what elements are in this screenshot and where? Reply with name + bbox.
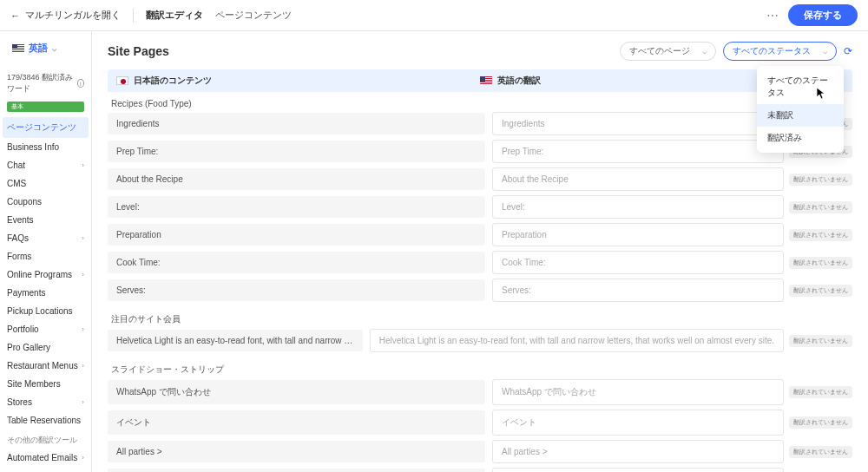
sidebar-item[interactable]: Table Reservations	[0, 411, 91, 429]
lang-label: 英語	[29, 42, 48, 55]
target-wrap: All parties >翻訳されていません	[492, 440, 852, 463]
flag-us-icon	[480, 76, 492, 85]
table-row: Serves:Serves:翻訳されていません	[108, 279, 852, 302]
table-row: WhatsApp で問い合わせWhatsApp で問い合わせ翻訳されていません	[108, 379, 852, 405]
filter-pages-label: すべてのページ	[629, 45, 690, 57]
sidebar-item[interactable]: Pro Gallery	[0, 338, 91, 357]
source-cell[interactable]: Preparation	[108, 224, 485, 246]
chevron-right-icon: ›	[82, 454, 84, 462]
target-cell[interactable]: Helvetica Light is an easy-to-read font,…	[370, 329, 784, 352]
target-cell[interactable]: Ingredients	[492, 112, 784, 135]
sidebar-item[interactable]: ページコンテンツ	[3, 117, 89, 138]
page-title: Site Pages	[108, 44, 169, 58]
sidebar-item[interactable]: Forms	[0, 247, 91, 266]
status-badge: 翻訳されていません	[789, 257, 852, 269]
col-source: 日本語のコンテンツ	[116, 75, 480, 87]
source-cell[interactable]: About the Recipe	[108, 168, 485, 190]
filter-status[interactable]: すべてのステータス ⌵	[723, 42, 837, 61]
save-button[interactable]: 保存する	[788, 4, 858, 26]
source-cell[interactable]: WhatsApp で問い合わせ	[108, 380, 485, 404]
nav-section-label: その他の翻訳ツール	[0, 429, 91, 449]
sidebar-item[interactable]: Events	[0, 211, 91, 229]
target-cell[interactable]: イベント	[492, 410, 784, 436]
sidebar-item[interactable]: Blog›	[0, 467, 91, 472]
chevron-right-icon: ›	[82, 325, 84, 333]
status-badge: 翻訳されていません	[789, 174, 852, 186]
sidebar-item[interactable]: Pickup Locations	[0, 302, 91, 320]
target-cell[interactable]: Level:	[492, 195, 784, 219]
chevron-down-icon: ⌵	[702, 47, 707, 56]
source-cell[interactable]: イベント	[108, 410, 485, 435]
source-cell[interactable]: Helvetica Light is an easy-to-read font,…	[108, 330, 363, 351]
dropdown-item-untranslated[interactable]: 未翻訳	[757, 104, 844, 127]
table-row: About the RecipeAbout the Recipe翻訳されていませ…	[108, 167, 852, 191]
sidebar-item-label: Stores	[7, 397, 32, 407]
table-row: All parties >All parties >翻訳されていません	[108, 440, 852, 463]
table-row: Helvetica Light is an easy-to-read font,…	[108, 329, 852, 352]
sidebar: 英語 ⌵ 179/3846 翻訳済みワード i 基本 ページコンテンツBusin…	[0, 31, 92, 472]
status-badge: 翻訳されていません	[789, 229, 852, 241]
sidebar-item-label: Table Reservations	[7, 416, 81, 425]
sidebar-item[interactable]: Automated Emails›	[0, 449, 91, 467]
content: Site Pages すべてのページ ⌵ すべてのステータス ⌵ ⟳ 日本語のコ…	[92, 31, 868, 472]
sidebar-item[interactable]: Stores›	[0, 393, 91, 411]
sidebar-item[interactable]: Portfolio›	[0, 320, 91, 338]
more-icon[interactable]: ⋯	[766, 9, 779, 23]
source-cell[interactable]: 今すぐ始めましょう	[108, 469, 485, 472]
target-cell[interactable]: Prep Time:	[492, 140, 784, 163]
source-cell[interactable]: Prep Time:	[108, 141, 485, 162]
sidebar-item[interactable]: Business Info	[0, 138, 91, 156]
target-wrap: Preparation翻訳されていません	[492, 223, 852, 246]
content-header: Site Pages すべてのページ ⌵ すべてのステータス ⌵ ⟳	[108, 42, 852, 61]
sidebar-item-label: Payments	[7, 288, 45, 298]
nav-secondary: Automated Emails›Blog›	[0, 449, 91, 472]
target-cell[interactable]: Cook Time:	[492, 251, 784, 274]
target-wrap: Helvetica Light is an easy-to-read font,…	[370, 329, 852, 352]
sidebar-item[interactable]: Online Programs›	[0, 266, 91, 284]
header-left: ← マルチリンガルを開く 翻訳エディタ ページコンテンツ	[10, 9, 292, 23]
source-cell[interactable]: Serves:	[108, 279, 485, 301]
target-cell[interactable]: WhatsApp で問い合わせ	[492, 379, 784, 405]
sidebar-item[interactable]: FAQs›	[0, 229, 91, 247]
target-cell[interactable]: About the Recipe	[492, 167, 784, 191]
source-cell[interactable]: Cook Time:	[108, 252, 485, 273]
target-wrap: Level:翻訳されていません	[492, 195, 852, 219]
back-link[interactable]: ← マルチリンガルを開く	[10, 9, 121, 22]
target-cell[interactable]: 今すぐ始めましょう	[492, 468, 784, 472]
status-badge: 翻訳されていません	[789, 386, 852, 398]
sidebar-item[interactable]: CMS	[0, 174, 91, 193]
nav-primary: ページコンテンツBusiness InfoChat›CMSCouponsEven…	[0, 117, 91, 429]
target-cell[interactable]: Preparation	[492, 223, 784, 246]
filter-status-label: すべてのステータス	[733, 45, 811, 57]
sidebar-item[interactable]: Site Members	[0, 375, 91, 393]
sidebar-item-label: FAQs	[7, 233, 29, 243]
dropdown-item-translated[interactable]: 翻訳済み	[757, 127, 844, 149]
refresh-icon[interactable]: ⟳	[844, 45, 852, 57]
table-row: イベントイベント翻訳されていません	[108, 410, 852, 436]
source-cell[interactable]: Level:	[108, 196, 485, 218]
header-title: 翻訳エディタ	[146, 9, 203, 22]
sidebar-item[interactable]: Payments	[0, 284, 91, 302]
chevron-right-icon: ›	[82, 271, 84, 279]
target-cell[interactable]: Serves:	[492, 279, 784, 302]
chevron-right-icon: ›	[82, 398, 84, 406]
cursor-icon	[816, 87, 828, 103]
target-cell[interactable]: All parties >	[492, 440, 784, 463]
main: 英語 ⌵ 179/3846 翻訳済みワード i 基本 ページコンテンツBusin…	[0, 31, 868, 472]
table-row: Level:Level:翻訳されていません	[108, 195, 852, 219]
sidebar-item[interactable]: Coupons	[0, 193, 91, 211]
sidebar-item[interactable]: Chat›	[0, 156, 91, 174]
dropdown-item-all[interactable]: すべてのステータス	[757, 69, 844, 104]
sidebar-item-label: Forms	[7, 252, 31, 261]
chevron-right-icon: ›	[82, 161, 84, 169]
filter-pages[interactable]: すべてのページ ⌵	[620, 42, 716, 61]
target-wrap: About the Recipe翻訳されていません	[492, 167, 852, 191]
status-badge: 翻訳されていません	[789, 201, 852, 213]
sidebar-item[interactable]: Restaurant Menus›	[0, 357, 91, 375]
language-selector[interactable]: 英語 ⌵	[5, 38, 86, 58]
source-cell[interactable]: Ingredients	[108, 113, 485, 134]
col-source-label: 日本語のコンテンツ	[134, 75, 212, 87]
plan-badge: 基本	[7, 102, 84, 112]
info-icon[interactable]: i	[77, 79, 84, 88]
source-cell[interactable]: All parties >	[108, 441, 485, 462]
